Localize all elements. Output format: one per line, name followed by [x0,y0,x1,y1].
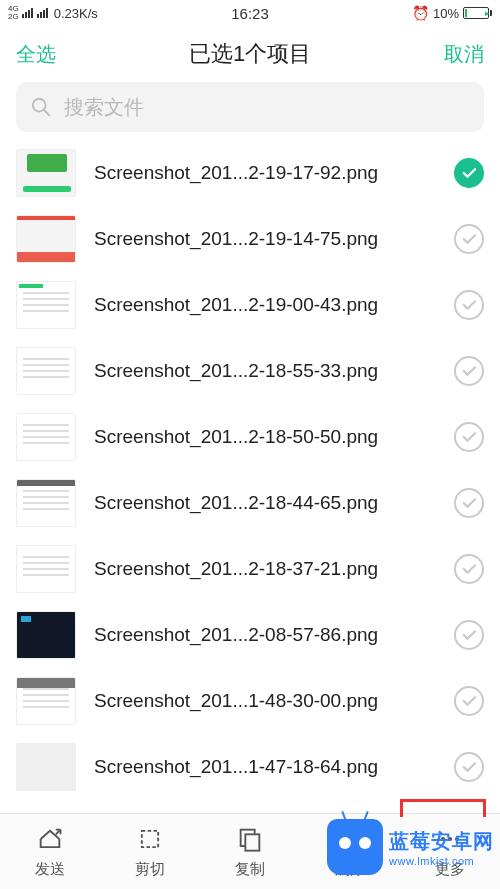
checkbox-unchecked-icon[interactable] [454,422,484,452]
network-label: 4G 2G [8,5,19,21]
file-row[interactable]: Screenshot_201...2-19-14-75.png [0,206,500,272]
checkbox-unchecked-icon[interactable] [454,554,484,584]
copy-label: 复制 [235,860,265,879]
file-row[interactable]: Screenshot_201...2-19-17-92.png [0,140,500,206]
signal-bars-icon-2 [37,8,48,18]
select-all-button[interactable]: 全选 [16,41,72,68]
search-container [0,82,500,140]
search-box[interactable] [16,82,484,132]
share-icon [36,825,64,856]
file-name: Screenshot_201...2-18-44-65.png [94,492,444,514]
file-row[interactable]: Screenshot_201...2-19-00-43.png [0,272,500,338]
svg-line-1 [44,110,50,116]
file-thumbnail [16,347,76,395]
checkbox-unchecked-icon[interactable] [454,488,484,518]
file-thumbnail [16,479,76,527]
checkbox-unchecked-icon[interactable] [454,620,484,650]
checkbox-unchecked-icon[interactable] [454,752,484,782]
file-row[interactable]: Screenshot_201...2-18-55-33.png [0,338,500,404]
file-thumbnail [16,281,76,329]
battery-percent: 10% [433,6,459,21]
file-thumbnail [16,545,76,593]
checkbox-unchecked-icon[interactable] [454,686,484,716]
send-label: 发送 [35,860,65,879]
file-name: Screenshot_201...2-19-17-92.png [94,162,444,184]
battery-icon: ▸ [463,7,492,19]
file-row[interactable]: Screenshot_201...2-18-37-21.png [0,536,500,602]
nav-bar: 全选 已选1个项目 取消 [0,26,500,82]
file-thumbnail [16,677,76,725]
search-input[interactable] [64,96,470,119]
svg-point-6 [448,836,452,840]
file-row[interactable]: Screenshot_201...2-18-44-65.png [0,470,500,536]
file-row[interactable]: Screenshot_201...2-08-57-86.png [0,602,500,668]
file-thumbnail [16,413,76,461]
file-thumbnail [16,149,76,197]
cancel-button[interactable]: 取消 [428,41,484,68]
cut-label: 剪切 [135,860,165,879]
file-row[interactable]: Screenshot_201...1-48-30-00.png [0,668,500,734]
delete-label: 删除 [335,860,365,879]
trash-icon [336,825,364,856]
send-button[interactable]: 发送 [0,814,100,889]
svg-point-5 [441,836,445,840]
checkbox-unchecked-icon[interactable] [454,224,484,254]
svg-point-7 [455,836,459,840]
signal-bars-icon [22,8,33,18]
delete-button[interactable]: 删除 [300,814,400,889]
copy-button[interactable]: 复制 [200,814,300,889]
file-list[interactable]: Screenshot_201...2-19-17-92.pngScreensho… [0,140,500,813]
page-title: 已选1个项目 [189,39,311,69]
checkbox-unchecked-icon[interactable] [454,290,484,320]
file-row[interactable]: Screenshot_201...2-18-50-50.png [0,404,500,470]
more-button[interactable]: 更多 [400,814,500,889]
file-row[interactable]: Screenshot_201...1-47-18-64.png [0,734,500,800]
file-name: Screenshot_201...2-19-00-43.png [94,294,444,316]
file-thumbnail [16,215,76,263]
status-right: ⏰ 10% ▸ [412,5,492,21]
bottom-toolbar: 发送 剪切 复制 删除 更多 [0,813,500,889]
file-thumbnail [16,743,76,791]
cut-icon [136,825,164,856]
file-name: Screenshot_201...1-47-18-64.png [94,756,444,778]
svg-rect-4 [245,834,259,850]
status-bar: 4G 2G 0.23K/s 16:23 ⏰ 10% ▸ [0,0,500,26]
search-icon [30,96,52,118]
file-name: Screenshot_201...2-18-55-33.png [94,360,444,382]
alarm-icon: ⏰ [412,5,429,21]
file-name: Screenshot_201...2-19-14-75.png [94,228,444,250]
file-thumbnail [16,611,76,659]
copy-icon [236,825,264,856]
clock: 16:23 [231,5,269,22]
network-speed: 0.23K/s [54,6,98,21]
more-label: 更多 [435,860,465,879]
status-left: 4G 2G 0.23K/s [8,5,98,21]
more-icon [436,825,464,856]
checkbox-checked-icon[interactable] [454,158,484,188]
cut-button[interactable]: 剪切 [100,814,200,889]
file-name: Screenshot_201...2-08-57-86.png [94,624,444,646]
svg-rect-2 [142,830,158,846]
checkbox-unchecked-icon[interactable] [454,356,484,386]
file-name: Screenshot_201...2-18-37-21.png [94,558,444,580]
file-name: Screenshot_201...1-48-30-00.png [94,690,444,712]
file-name: Screenshot_201...2-18-50-50.png [94,426,444,448]
